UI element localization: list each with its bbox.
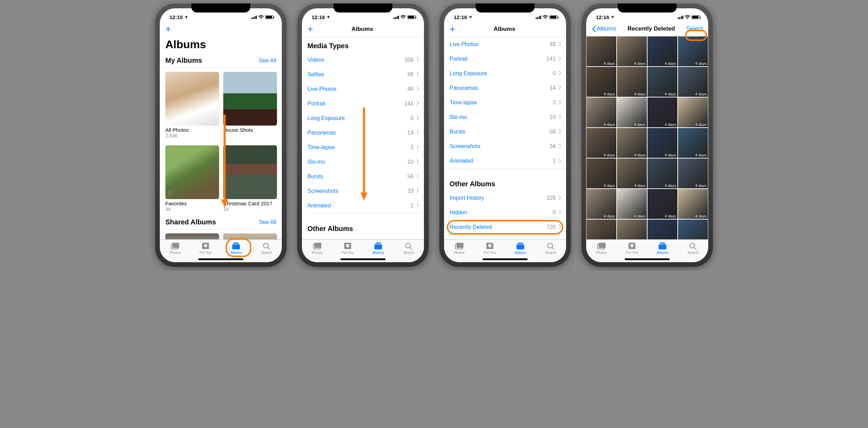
chevron-right-icon bbox=[558, 56, 561, 62]
other-hidden[interactable]: Hidden0 bbox=[444, 205, 566, 220]
deleted-photo-thumbnail[interactable]: 4 days bbox=[648, 189, 677, 219]
wifi-icon bbox=[685, 15, 690, 19]
see-all-my-albums[interactable]: See All bbox=[259, 58, 276, 64]
deleted-photo-thumbnail[interactable]: 4 days bbox=[617, 128, 647, 158]
deleted-photo-thumbnail[interactable]: 4 days bbox=[587, 189, 616, 219]
tab-photos[interactable]: Photos bbox=[160, 242, 190, 255]
deleted-photo-thumbnail[interactable]: 4 days bbox=[678, 189, 708, 219]
tab-photos[interactable]: Photos bbox=[444, 242, 475, 255]
media-type-animated[interactable]: Animated1 bbox=[444, 154, 566, 168]
media-type-portrait[interactable]: Portrait141 bbox=[444, 52, 566, 66]
media-type-bursts[interactable]: Bursts56 bbox=[444, 125, 566, 139]
deleted-photo-thumbnail[interactable]: 4 days bbox=[648, 97, 677, 127]
media-type-live-photos[interactable]: Live Photos48 bbox=[444, 37, 566, 52]
deleted-photo-thumbnail[interactable]: 4 days bbox=[648, 128, 677, 158]
deleted-photo-thumbnail[interactable]: 4 days bbox=[678, 36, 708, 66]
album-christmas-card-2017[interactable]: Christmas Card 2017 16 bbox=[223, 145, 277, 212]
tab-search[interactable]: Search bbox=[536, 242, 566, 255]
deleted-photo-thumbnail[interactable]: 4 days bbox=[587, 128, 616, 158]
media-type-time-lapse[interactable]: Time-lapse3 bbox=[444, 95, 566, 110]
deleted-photo-thumbnail[interactable]: 4 days bbox=[617, 220, 647, 239]
chevron-right-icon bbox=[558, 195, 561, 201]
list-item-count: 33 bbox=[407, 188, 414, 194]
tab-search[interactable]: Search bbox=[678, 242, 708, 255]
list-item-count: 3 bbox=[410, 144, 414, 151]
deleted-photo-thumbnail[interactable]: 4 days bbox=[678, 128, 708, 158]
svg-rect-13 bbox=[376, 242, 381, 243]
deleted-photo-thumbnail[interactable]: 4 days bbox=[648, 67, 677, 97]
nav-title: Albums bbox=[494, 26, 515, 33]
shared-album[interactable] bbox=[165, 233, 219, 239]
deleted-photo-thumbnail[interactable]: 4 days bbox=[648, 159, 677, 188]
nav-title: Albums bbox=[351, 26, 373, 33]
media-type-selfies[interactable]: Selfies89 bbox=[302, 67, 424, 82]
add-album-button[interactable]: + bbox=[165, 24, 171, 34]
other-import-history[interactable]: Import History329 bbox=[444, 191, 566, 205]
media-type-panoramas[interactable]: Panoramas14 bbox=[444, 81, 566, 95]
shared-album[interactable] bbox=[223, 233, 277, 239]
other-recently-deleted[interactable]: Recently Deleted720 bbox=[444, 220, 566, 234]
list-item-label: Live Photos bbox=[307, 86, 407, 92]
media-type-slo-mo[interactable]: Slo-mo10 bbox=[444, 110, 566, 125]
deleted-photo-thumbnail[interactable]: 4 days bbox=[587, 36, 616, 66]
media-type-long-exposure[interactable]: Long Exposure0 bbox=[444, 66, 566, 81]
list-item-count: 3 bbox=[553, 100, 556, 106]
tab-for-you[interactable]: For You bbox=[190, 242, 221, 255]
deleted-photo-thumbnail[interactable]: 3 days bbox=[648, 220, 677, 239]
deleted-photo-thumbnail[interactable]: 4 days bbox=[587, 67, 616, 97]
album-all-photos[interactable]: All Photos 2,646 bbox=[165, 72, 219, 138]
deleted-photo-thumbnail[interactable]: 4 days bbox=[617, 36, 647, 66]
deleted-photo-thumbnail[interactable]: 3 days bbox=[678, 220, 708, 239]
see-all-shared-albums[interactable]: See All bbox=[259, 219, 276, 225]
deleted-photo-thumbnail[interactable]: 4 days bbox=[617, 189, 647, 219]
tab-photos[interactable]: Photos bbox=[586, 242, 617, 255]
chevron-right-icon bbox=[416, 159, 419, 165]
tab-for-you[interactable]: For You bbox=[332, 242, 363, 255]
tab-search[interactable]: Search bbox=[251, 242, 282, 255]
back-button[interactable]: Albums bbox=[592, 25, 616, 32]
wifi-icon bbox=[400, 15, 406, 19]
chevron-right-icon bbox=[558, 41, 561, 48]
deleted-photo-thumbnail[interactable]: 4 days bbox=[617, 67, 647, 97]
photo-row: 4 days4 days4 days4 days bbox=[586, 128, 708, 158]
list-item-label: Portrait bbox=[307, 101, 404, 107]
tab-albums[interactable]: Albums bbox=[221, 242, 251, 255]
deleted-photo-thumbnail[interactable]: 4 days bbox=[678, 97, 708, 127]
location-icon bbox=[610, 15, 614, 19]
media-type-screenshots[interactable]: Screenshots34 bbox=[444, 139, 566, 154]
tab-for-you[interactable]: For You bbox=[475, 242, 505, 255]
deleted-photo-thumbnail[interactable]: 4 days bbox=[617, 97, 647, 127]
chevron-right-icon bbox=[416, 188, 419, 194]
album-favorites[interactable]: ♡ Favorites 34 bbox=[165, 145, 219, 212]
chevron-right-icon bbox=[416, 130, 419, 136]
shared-albums-header: Shared Albums bbox=[165, 218, 216, 226]
photo-row: 4 days4 days4 days4 days bbox=[586, 97, 708, 128]
tab-search[interactable]: Search bbox=[393, 242, 424, 255]
home-indicator[interactable] bbox=[198, 258, 243, 260]
home-indicator[interactable] bbox=[483, 258, 528, 260]
deleted-photo-thumbnail[interactable]: 4 days bbox=[648, 36, 677, 66]
deleted-photo-thumbnail[interactable]: 4 days bbox=[617, 159, 647, 188]
deleted-photo-thumbnail[interactable]: 4 days bbox=[587, 97, 616, 127]
tab-albums[interactable]: Albums bbox=[363, 242, 393, 255]
deleted-photo-thumbnail[interactable]: 4 days bbox=[587, 159, 616, 188]
tab-for-you[interactable]: For You bbox=[617, 242, 647, 255]
add-album-button[interactable]: + bbox=[450, 24, 455, 34]
select-button[interactable]: Select bbox=[686, 25, 703, 32]
home-indicator[interactable] bbox=[625, 258, 670, 260]
media-type-live-photos[interactable]: Live Photos48 bbox=[302, 82, 424, 96]
deleted-photo-thumbnail[interactable]: 4 days bbox=[587, 220, 616, 239]
tab-photos[interactable]: Photos bbox=[302, 242, 332, 255]
tab-albums[interactable]: Albums bbox=[647, 242, 678, 255]
media-type-videos[interactable]: Videos308 bbox=[302, 53, 424, 67]
svg-rect-2 bbox=[172, 243, 179, 248]
list-item-count: 329 bbox=[546, 195, 556, 201]
add-album-button[interactable]: + bbox=[307, 24, 313, 34]
deleted-photo-thumbnail[interactable]: 4 days bbox=[678, 159, 708, 188]
album-house-shots[interactable]: House Shots 6 bbox=[223, 72, 277, 138]
home-indicator[interactable] bbox=[340, 258, 385, 260]
deleted-photo-thumbnail[interactable]: 4 days bbox=[678, 67, 708, 97]
tab-albums[interactable]: Albums bbox=[505, 242, 536, 255]
list-item-label: Live Photos bbox=[450, 41, 549, 48]
list-item-count: 1 bbox=[553, 158, 556, 164]
